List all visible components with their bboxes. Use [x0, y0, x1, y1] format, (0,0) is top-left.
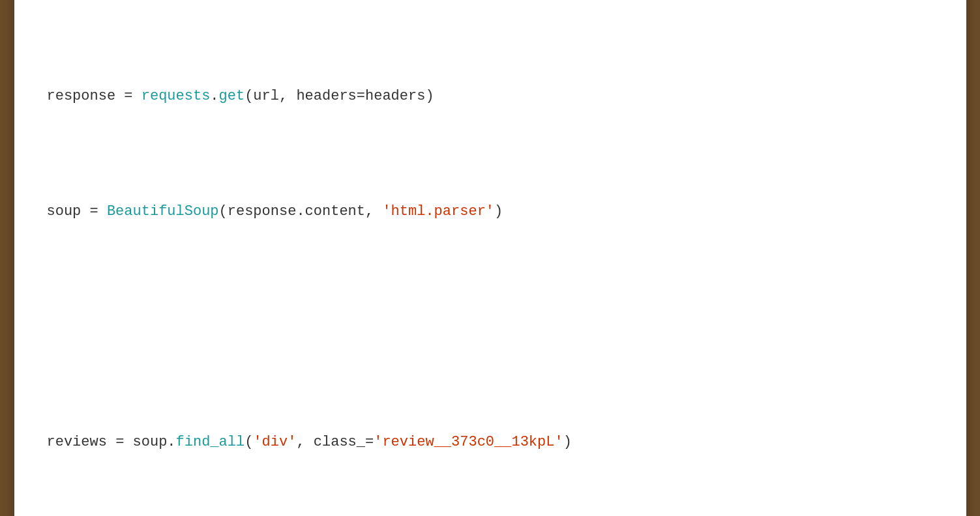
code-block: import requests from bs4 import Beautifu… [47, 0, 934, 516]
line-13: reviews = soup.find_all('div', class_='r… [47, 431, 934, 454]
line-10: soup = BeautifulSoup(response.content, '… [47, 200, 934, 223]
code-container: import requests from bs4 import Beautifu… [14, 0, 966, 516]
line-empty-3 [47, 315, 934, 339]
line-9: response = requests.get(url, headers=hea… [47, 85, 934, 108]
